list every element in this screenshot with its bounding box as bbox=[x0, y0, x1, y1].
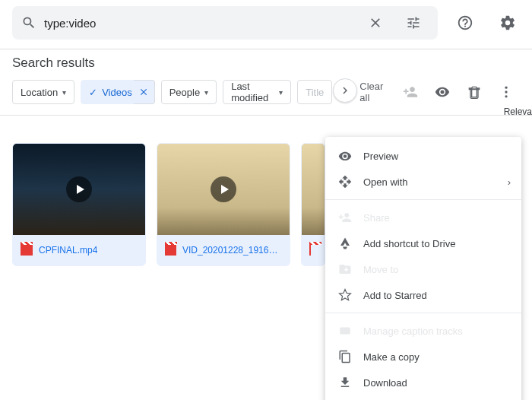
sort-label[interactable]: Releva bbox=[504, 106, 532, 117]
file-card[interactable]: VID_20201228_191609.... bbox=[157, 143, 290, 266]
chip-label: Last modified bbox=[231, 81, 274, 103]
copy-icon bbox=[338, 350, 352, 363]
help-icon bbox=[457, 14, 473, 31]
svg-point-1 bbox=[505, 90, 507, 93]
chip-videos-remove[interactable] bbox=[134, 80, 155, 104]
open-with-icon bbox=[338, 175, 352, 189]
search-options-button[interactable] bbox=[398, 8, 429, 38]
chevron-down-icon: ▾ bbox=[62, 88, 66, 97]
clear-all-button[interactable]: Clear all bbox=[359, 81, 388, 103]
menu-share: Share bbox=[325, 205, 521, 230]
eye-icon bbox=[435, 84, 450, 100]
chip-last-modified[interactable]: Last modified▾ bbox=[223, 80, 291, 104]
more-button[interactable] bbox=[492, 78, 520, 106]
filter-chips-row: Location▾ ✓Videos People▾ Last modified▾… bbox=[0, 78, 532, 112]
menu-make-copy[interactable]: Make a copy bbox=[325, 344, 521, 370]
chip-location[interactable]: Location▾ bbox=[12, 80, 74, 104]
context-menu: Preview Open with› Share Add shortcut to… bbox=[325, 137, 521, 400]
video-icon bbox=[21, 245, 33, 256]
menu-separator bbox=[325, 313, 521, 313]
chip-label: Location bbox=[21, 87, 58, 98]
menu-add-shortcut[interactable]: Add shortcut to Drive bbox=[325, 230, 521, 256]
check-icon: ✓ bbox=[89, 87, 97, 98]
menu-open-with[interactable]: Open with› bbox=[325, 169, 521, 195]
divider bbox=[0, 115, 532, 116]
menu-label: Manage caption tracks bbox=[363, 325, 463, 337]
eye-icon bbox=[338, 149, 352, 163]
menu-manage-captions: Manage caption tracks bbox=[325, 318, 521, 344]
divider bbox=[0, 49, 532, 49]
menu-label: Download bbox=[363, 377, 407, 389]
trash-icon bbox=[467, 84, 482, 100]
star-icon bbox=[338, 288, 352, 302]
file-name: CPFINAL.mp4 bbox=[39, 245, 97, 256]
close-icon bbox=[138, 87, 149, 97]
top-bar bbox=[0, 0, 532, 46]
toolbar-icons bbox=[397, 78, 520, 106]
chip-label: People bbox=[169, 87, 200, 98]
gear-icon bbox=[499, 14, 516, 31]
preview-button[interactable] bbox=[429, 78, 456, 106]
svg-point-2 bbox=[505, 95, 507, 97]
person-add-icon bbox=[403, 84, 418, 100]
menu-label: Move to bbox=[363, 264, 398, 275]
menu-download[interactable]: Download bbox=[325, 370, 521, 395]
search-input[interactable] bbox=[44, 17, 353, 30]
chip-videos[interactable]: ✓Videos bbox=[81, 80, 141, 104]
menu-label: Add to Starred bbox=[363, 290, 427, 301]
file-card[interactable]: CPFINAL.mp4 bbox=[12, 143, 146, 266]
delete-button[interactable] bbox=[461, 78, 488, 106]
chips-scroll-right[interactable] bbox=[333, 78, 357, 103]
file-card[interactable] bbox=[301, 143, 325, 266]
play-icon bbox=[66, 176, 92, 202]
menu-label: Add shortcut to Drive bbox=[363, 238, 455, 249]
download-icon bbox=[338, 376, 352, 389]
cc-icon bbox=[338, 324, 352, 338]
results-heading: Search results bbox=[0, 54, 532, 78]
settings-button[interactable] bbox=[492, 8, 523, 38]
menu-add-starred[interactable]: Add to Starred bbox=[325, 282, 521, 308]
video-icon bbox=[309, 245, 311, 256]
folder-move-icon bbox=[338, 262, 352, 276]
thumbnail bbox=[13, 144, 145, 235]
menu-label: Make a copy bbox=[363, 351, 420, 363]
file-name: VID_20201228_191609.... bbox=[182, 245, 282, 256]
drive-shortcut-icon bbox=[338, 237, 352, 250]
svg-point-0 bbox=[505, 87, 507, 89]
close-icon bbox=[368, 15, 383, 30]
chip-title[interactable]: Title bbox=[297, 80, 332, 104]
chevron-right-icon: › bbox=[508, 176, 511, 188]
chip-people[interactable]: People▾ bbox=[161, 80, 217, 104]
menu-move-to: Move to bbox=[325, 256, 521, 282]
video-icon bbox=[165, 245, 176, 256]
help-button[interactable] bbox=[450, 8, 480, 38]
chevron-down-icon: ▾ bbox=[204, 88, 208, 97]
clear-search-button[interactable] bbox=[360, 8, 391, 38]
more-vert-icon bbox=[499, 84, 514, 100]
thumbnail bbox=[157, 144, 290, 235]
search-box[interactable] bbox=[12, 6, 438, 40]
person-add-icon bbox=[338, 211, 352, 224]
chip-label: Videos bbox=[102, 87, 132, 98]
tune-icon bbox=[406, 15, 421, 30]
menu-separator bbox=[325, 199, 521, 200]
chevron-right-icon bbox=[338, 84, 352, 97]
play-icon bbox=[211, 176, 236, 202]
chevron-down-icon: ▾ bbox=[279, 88, 283, 97]
thumbnail bbox=[302, 144, 325, 235]
search-icon bbox=[21, 15, 36, 30]
menu-label: Share bbox=[363, 212, 390, 224]
svg-rect-3 bbox=[340, 328, 350, 335]
chip-label: Title bbox=[306, 87, 324, 98]
menu-label: Open with bbox=[363, 176, 408, 188]
menu-preview[interactable]: Preview bbox=[325, 143, 521, 169]
share-button bbox=[397, 78, 424, 106]
menu-label: Preview bbox=[363, 151, 398, 162]
